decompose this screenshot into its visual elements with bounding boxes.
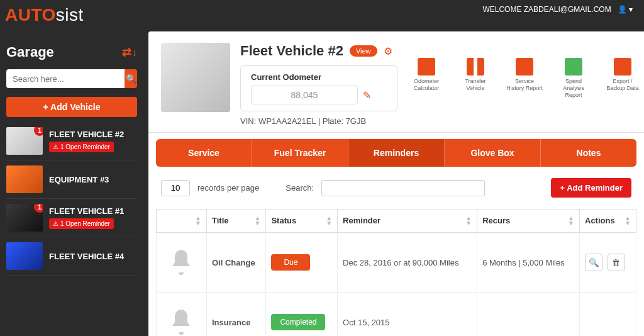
vehicle-name: EQUIPMENT #3 [49,175,109,184]
vehicle-name: FLEET VEHICLE #4 [49,252,124,261]
records-per-page-label: records per page [197,183,259,193]
gear-icon[interactable]: ⚙ [384,45,392,57]
cell-reminder: Dec 28, 2016 or at 90,000 Miles [338,233,477,293]
brand-logo: AUTOsist [5,5,84,25]
tab-fuel-tracker[interactable]: Fuel Tracker [252,139,348,167]
cell-recurs [477,293,580,337]
tab-glove-box[interactable]: Glove Box [445,139,541,167]
status-badge: Completed [271,314,325,330]
cell-title: Oil Change [207,233,266,293]
reminder-count-badge: 1 [34,127,43,136]
th-title[interactable]: Title▲▼ [207,210,266,233]
vehicle-item-1[interactable]: EQUIPMENT #3 [6,160,137,199]
cell-title: Insurance [207,293,266,337]
qa-export-backup[interactable]: Export / Backup Data [604,58,641,92]
tab-service[interactable]: Service [156,139,252,167]
welcome-text: WELCOME ZABDEALI@GMAIL.COM [482,5,611,14]
vin-plate-text: VIN: WP1AA2A21EL | Plate: 7GJB [240,116,397,126]
th-reminder[interactable]: Reminder▲▼ [338,210,477,233]
vehicle-name: FLEET VEHICLE #2 [49,130,124,139]
vehicle-title: Fleet Vehicle #2 [240,43,343,59]
cell-recurs: 6 Months | 5,000 Miles [477,233,580,293]
money-icon [565,58,582,76]
vehicle-name: FLEET VEHICLE #1 [49,206,124,216]
vehicle-reminder-badge: ⚠ 1 Open Reminder [49,142,114,152]
export-icon [614,58,631,76]
records-per-page-select[interactable] [161,180,190,196]
view-button[interactable]: View [350,45,377,57]
vehicle-item-2[interactable]: 1 FLEET VEHICLE #1 ⚠ 1 Open Reminder [6,199,137,237]
tab-notes[interactable]: Notes [541,139,636,167]
odometer-label: Current Odometer [251,72,387,82]
qa-service-history[interactable]: Service History Report [506,58,543,92]
th-recurs[interactable]: Recurs▲▼ [477,210,580,233]
table-row: Insurance Completed Oct 15, 2015 [157,293,636,337]
add-vehicle-button[interactable]: + Add Vehicle [6,97,137,117]
add-reminder-button[interactable]: + Add Reminder [551,178,631,198]
table-search-input[interactable] [321,180,485,196]
sidebar-search-button[interactable]: 🔍 [125,69,137,88]
table-search-label: Search: [286,183,314,193]
table-row: Oil Change Due Dec 28, 2016 or at 90,000… [157,233,636,293]
status-badge: Due [271,254,310,271]
user-icon[interactable]: 👤 ▾ [618,5,633,14]
odometer-input[interactable] [251,86,358,104]
cell-reminder: Oct 15, 2015 [338,293,477,337]
vehicle-thumb: 1 [6,127,43,155]
reminder-count-badge: 1 [34,204,43,213]
garage-title: Garage [6,44,54,60]
vehicle-thumb [6,242,43,270]
report-icon [516,58,533,76]
th-status[interactable]: Status▲▼ [266,210,338,233]
vehicle-item-3[interactable]: FLEET VEHICLE #4 [6,237,137,276]
vehicle-item-0[interactable]: 1 FLEET VEHICLE #2 ⚠ 1 Open Reminder [6,122,137,160]
view-action-button[interactable]: 🔍 [585,254,602,271]
th-actions[interactable]: Actions▲▼ [580,210,636,233]
th-thumb[interactable]: ▲▼ [157,210,207,233]
bell-icon [162,300,201,336]
qa-transfer-vehicle[interactable]: Transfer Vehicle [457,58,494,92]
edit-odometer-icon[interactable]: ✎ [363,89,371,101]
vehicle-thumb: 1 [6,204,43,232]
sort-icon[interactable]: ⇄↓ [122,45,137,59]
sidebar-search-input[interactable] [6,69,125,88]
delete-action-button[interactable]: 🗑 [608,254,625,271]
calculator-icon [418,58,435,76]
vehicle-thumb [6,165,43,193]
vehicle-hero-image [161,43,230,112]
tab-reminders[interactable]: Reminders [348,139,445,167]
bell-icon [162,240,201,284]
vehicle-reminder-badge: ⚠ 1 Open Reminder [49,218,114,229]
qa-spend-analysis[interactable]: Spend Analysis Report [555,58,592,98]
qa-odometer-calculator[interactable]: Odometer Calculator [408,58,445,92]
transfer-icon [467,58,484,76]
